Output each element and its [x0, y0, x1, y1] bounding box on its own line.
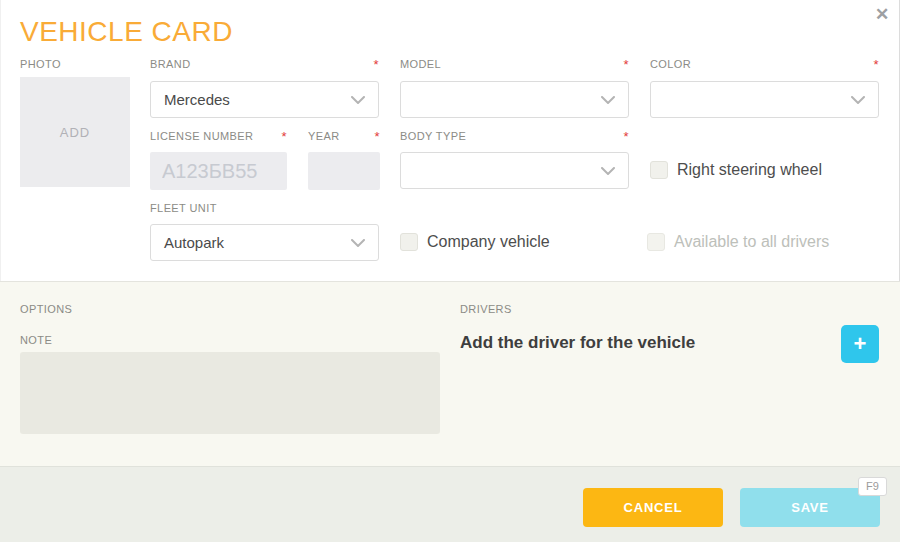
right-steering-wheel-checkbox[interactable]: Right steering wheel — [650, 161, 822, 179]
options-section-label: OPTIONS — [20, 303, 72, 315]
required-asterisk: * — [874, 59, 879, 70]
brand-label: BRAND * — [150, 57, 379, 70]
save-hotkey-badge: F9 — [858, 477, 887, 496]
company-vehicle-checkbox[interactable]: Company vehicle — [400, 233, 550, 251]
chevron-down-icon — [351, 96, 365, 104]
checkbox-icon[interactable] — [650, 161, 668, 179]
plus-icon: + — [854, 331, 867, 356]
color-label: COLOR * — [650, 57, 879, 70]
year-label: YEAR * — [308, 129, 380, 142]
chevron-down-icon — [351, 239, 365, 247]
required-asterisk: * — [624, 59, 629, 70]
fleet-unit-select[interactable]: Autopark — [150, 224, 379, 261]
close-icon[interactable]: ✕ — [870, 3, 894, 27]
chevron-down-icon — [601, 96, 615, 104]
cancel-button[interactable]: CANCEL — [583, 488, 723, 527]
photo-add-button[interactable]: ADD — [20, 77, 130, 187]
model-label: MODEL * — [400, 57, 629, 70]
chevron-down-icon — [601, 167, 615, 175]
available-to-all-drivers-checkbox: Available to all drivers — [647, 233, 829, 251]
fleet-unit-label: FLEET UNIT — [150, 201, 379, 214]
license-number-input[interactable] — [150, 152, 287, 190]
brand-select[interactable]: Mercedes — [150, 81, 379, 118]
license-number-label: LICENSE NUMBER * — [150, 129, 287, 142]
note-textarea[interactable] — [20, 352, 440, 434]
checkbox-icon[interactable] — [400, 233, 418, 251]
year-input[interactable] — [308, 152, 380, 190]
photo-label: PHOTO — [20, 57, 130, 70]
chevron-down-icon — [851, 96, 865, 104]
required-asterisk: * — [375, 131, 380, 142]
drivers-section-label: DRIVERS — [460, 303, 512, 315]
add-driver-button[interactable]: + — [841, 325, 879, 363]
required-asterisk: * — [374, 59, 379, 70]
checkbox-icon — [647, 233, 665, 251]
add-driver-empty-text: Add the driver for the vehicle — [460, 333, 695, 353]
required-asterisk: * — [624, 131, 629, 142]
photo-add-label: ADD — [60, 125, 90, 140]
note-label: NOTE — [20, 334, 52, 346]
body-type-label: BODY TYPE * — [400, 129, 629, 142]
color-select[interactable] — [650, 81, 879, 118]
body-type-select[interactable] — [400, 152, 629, 189]
page-title: VEHICLE CARD — [20, 16, 233, 48]
model-select[interactable] — [400, 81, 629, 118]
required-asterisk: * — [282, 131, 287, 142]
